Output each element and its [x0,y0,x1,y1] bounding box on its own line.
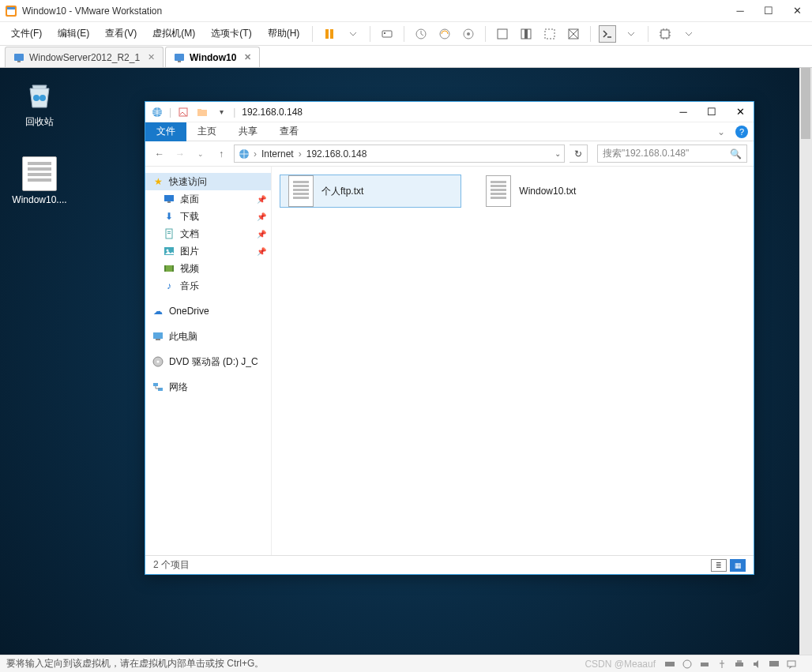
explorer-maximize-button[interactable]: ☐ [706,107,717,118]
svg-rect-32 [167,233,171,234]
globe-icon [238,148,250,160]
console-icon[interactable] [599,25,616,43]
search-input[interactable]: 搜索"192.168.0.148" 🔍 [597,145,747,163]
desktop-icon-txtfile[interactable]: Window10.... [11,156,68,205]
sidebar-item-downloads[interactable]: ⬇下载📌 [145,208,271,225]
properties-icon[interactable] [176,105,190,119]
sidebar-label: 图片 [180,245,199,258]
fit-guest-icon[interactable] [494,25,511,43]
forward-button[interactable]: → [172,146,188,162]
view-details-button[interactable]: ≣ [711,559,727,572]
sidebar-item-videos[interactable]: 视频 [145,260,271,277]
explorer-minimize-button[interactable]: ─ [678,107,689,118]
scrollbar[interactable] [799,68,812,655]
menu-help[interactable]: 帮助(H) [261,24,306,43]
menu-file[interactable]: 文件(F) [5,24,48,43]
explorer-titlebar[interactable]: | ▾ | 192.168.0.148 ─ ☐ ✕ [145,102,754,122]
chevron-right-icon[interactable]: › [254,148,257,160]
sidebar-item-dvd[interactable]: DVD 驱动器 (D:) J_C [145,353,271,370]
sidebar-item-pictures[interactable]: 图片📌 [145,242,271,260]
snapshot-revert-icon[interactable] [436,25,453,43]
ribbon-tab-home[interactable]: 主页 [186,122,227,141]
separator: | [169,107,171,118]
ribbon-tab-share[interactable]: 共享 [227,122,269,141]
ribbon-expand-icon[interactable]: ⌄ [712,123,730,141]
sidebar-item-this-pc[interactable]: 此电脑 [145,328,271,345]
scrollbar-thumb[interactable] [801,68,810,139]
view-tiles-button[interactable]: ▦ [730,559,746,572]
separator [404,26,404,42]
menu-edit[interactable]: 编辑(E) [51,24,96,43]
sidebar-item-desktop[interactable]: 桌面📌 [145,190,271,208]
send-ctrl-alt-del-icon[interactable] [378,25,396,43]
dropdown-icon[interactable] [344,25,362,43]
sidebar-item-music[interactable]: ♪音乐 [145,277,271,295]
desktop-icon-label: Window10.... [11,194,68,205]
snapshot-manager-icon[interactable] [460,25,477,43]
network-adapter-icon[interactable] [698,658,711,670]
qat-dropdown-icon[interactable]: ▾ [214,105,228,119]
explorer-statusbar: 2 个项目 ≣ ▦ [145,555,754,574]
dropdown-icon[interactable] [622,25,640,43]
vmware-maximize-button[interactable]: ☐ [763,6,774,17]
vmware-minimize-button[interactable]: ─ [735,6,746,17]
address-bar[interactable]: › Internet › 192.168.0.148 ⌄ [234,145,565,163]
svg-rect-48 [737,660,742,663]
close-icon[interactable]: ✕ [148,52,155,62]
snapshot-take-icon[interactable] [412,25,430,43]
usb-icon[interactable] [716,658,728,670]
new-folder-icon[interactable] [195,105,209,119]
breadcrumb-ip[interactable]: 192.168.0.148 [305,148,369,160]
file-item-ftp-txt[interactable]: 个人ftp.txt [280,175,461,208]
breadcrumb-internet[interactable]: Internet [260,148,295,160]
sidebar-quick-access[interactable]: ★ 快速访问 [145,173,271,190]
vm-tab-win10[interactable]: Window10 ✕ [165,47,260,67]
back-button[interactable]: ← [152,146,167,162]
vmware-close-button[interactable]: ✕ [791,6,803,17]
sidebar-label: 快速访问 [169,175,207,189]
explorer-close-button[interactable]: ✕ [735,107,746,118]
svg-rect-38 [153,332,163,339]
sound-icon[interactable] [750,658,763,670]
stretch-icon[interactable] [565,25,582,43]
up-button[interactable]: ↑ [213,146,229,162]
menu-vm[interactable]: 虚拟机(M) [146,24,201,43]
hdd-icon[interactable] [664,658,676,670]
vmware-logo-icon [5,5,17,17]
pause-icon[interactable] [321,25,338,43]
sidebar-label: 网络 [169,381,188,394]
dropdown-icon[interactable] [680,25,697,43]
cd-icon[interactable] [681,658,694,670]
vm-tab-server[interactable]: WindowServer2012_R2_1 ✕ [5,47,164,67]
refresh-button[interactable]: ↻ [570,145,588,163]
address-dropdown-icon[interactable]: ⌄ [554,149,561,158]
sidebar-item-onedrive[interactable]: ☁OneDrive [145,302,271,320]
svg-point-21 [33,95,39,101]
explorer-window: | ▾ | 192.168.0.148 ─ ☐ ✕ 文件 主页 共 [145,101,754,575]
docs-icon [163,227,175,240]
ribbon-tab-view[interactable]: 查看 [269,122,310,141]
message-icon[interactable] [785,658,798,670]
file-item-window10-txt[interactable]: Window10.txt [478,175,584,208]
close-icon[interactable]: ✕ [244,52,251,62]
recent-dropdown-icon[interactable]: ⌄ [193,146,209,162]
expand-icon[interactable] [656,25,674,43]
sidebar-item-documents[interactable]: 文档📌 [145,225,271,242]
sidebar-item-network[interactable]: 网络 [145,378,271,396]
ribbon-tab-file[interactable]: 文件 [145,122,186,141]
fullscreen-icon[interactable] [517,25,535,43]
separator [312,26,313,42]
menu-view[interactable]: 查看(V) [99,24,143,43]
menu-tabs[interactable]: 选项卡(T) [205,24,258,43]
svg-rect-2 [7,7,15,9]
explorer-title: 192.168.0.148 [242,107,303,118]
help-icon[interactable]: ? [733,123,750,141]
printer-icon[interactable] [733,658,746,670]
display-icon[interactable] [768,658,780,670]
desktop-icon-recycle-bin[interactable]: 回收站 [11,77,68,129]
guest-desktop[interactable]: 回收站 Window10.... | ▾ | 192.168.0.148 [0,68,799,655]
svg-rect-24 [179,108,187,116]
unity-icon[interactable] [541,25,558,43]
chevron-right-icon[interactable]: › [299,148,302,160]
explorer-files-pane[interactable]: 个人ftp.txt Window10.txt [272,167,754,555]
